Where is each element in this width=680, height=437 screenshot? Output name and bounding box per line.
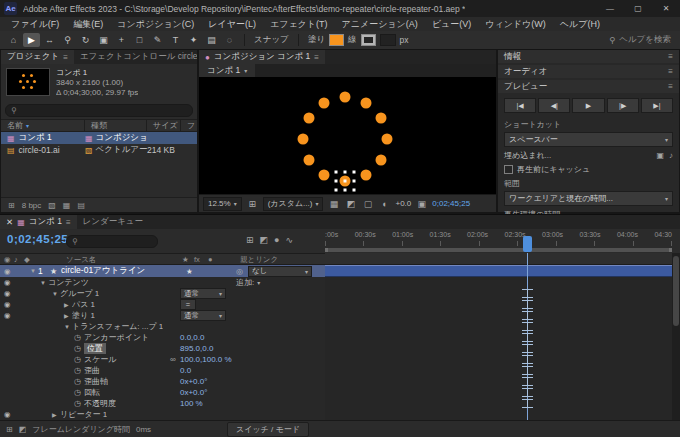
eye-icon[interactable]: ◉ <box>0 289 30 298</box>
layer-name[interactable]: circle-01アウトライン <box>61 265 145 277</box>
help-search-field[interactable]: ⚲ ヘルプを検索 <box>609 34 675 46</box>
stopwatch-icon[interactable]: ◷ <box>74 399 81 408</box>
menu-item[interactable]: ファイル(F) <box>4 18 66 31</box>
region-of-interest-icon[interactable]: ▢ <box>361 199 374 209</box>
tool-button[interactable]: ⌂ <box>5 33 22 47</box>
transport-button[interactable]: ▶ <box>572 98 604 113</box>
property-value[interactable]: 0x+0.0° <box>180 377 207 386</box>
panel-menu-icon[interactable]: ≡ <box>668 82 673 91</box>
eye-icon[interactable]: ◉ <box>0 267 30 276</box>
bit-depth-label[interactable]: 8 bpc <box>22 201 42 210</box>
add-content-control[interactable]: 追加:▾ <box>236 277 260 288</box>
blend-mode-select[interactable]: 通常▾ <box>180 288 226 299</box>
panel-menu-icon[interactable]: ≡ <box>63 53 68 62</box>
current-time-indicator-handle[interactable] <box>523 236 532 252</box>
property-value[interactable]: 100 % <box>180 399 203 408</box>
shape-dot[interactable] <box>304 155 315 166</box>
checkbox[interactable] <box>504 165 513 174</box>
transport-button[interactable]: ▶| <box>641 98 673 113</box>
range-select[interactable]: ワークエリアと現在の時間...▾ <box>504 191 673 206</box>
layer-row[interactable]: ◉ ▼ 1 ★ circle-01アウトライン ★ ◎ なし▾ <box>0 265 325 277</box>
tool-button[interactable]: ⚲ <box>59 33 76 47</box>
composition-viewport[interactable] <box>199 77 496 195</box>
tool-button[interactable]: ▣ <box>95 33 112 47</box>
transport-button[interactable]: |▶ <box>607 98 639 113</box>
menu-item[interactable]: アニメーション(A) <box>335 18 425 31</box>
property-value[interactable]: 100.0,100.0 % <box>180 355 232 364</box>
stroke-label[interactable]: 線 <box>348 34 357 46</box>
transport-button[interactable]: ◀| <box>538 98 570 113</box>
property-value[interactable]: 895.0,0.0 <box>180 344 213 353</box>
parent-link-column[interactable]: 親とリンク <box>240 255 278 265</box>
shape-dot[interactable] <box>319 170 330 181</box>
tool-button[interactable]: ✦ <box>185 33 202 47</box>
shape-dot[interactable] <box>298 134 309 145</box>
row-skew-axis[interactable]: ◷ 歪曲軸 0x+0.0° <box>0 376 325 387</box>
eye-icon[interactable]: ◉ <box>0 300 30 309</box>
shape-dot[interactable] <box>361 170 372 181</box>
audio-panel-header[interactable]: オーディオ≡ <box>498 65 679 78</box>
motion-blur-icon[interactable]: ● <box>274 235 279 245</box>
twirl-icon[interactable]: ▶ <box>64 312 72 319</box>
menu-item[interactable]: 編集(E) <box>66 18 110 31</box>
viewer-tab-comp1[interactable]: コンポ 1▾ <box>199 64 255 77</box>
shape-dot[interactable] <box>304 113 315 124</box>
row-scale[interactable]: ◷ スケール ∞ 100.0,100.0 % <box>0 354 325 365</box>
delete-icon[interactable]: ▤ <box>77 201 85 210</box>
link-icon[interactable]: ∞ <box>170 355 176 364</box>
draft-3d-icon[interactable]: ◩ <box>260 235 269 245</box>
include-video-icon[interactable]: ▣ <box>656 151 664 160</box>
eye-icon[interactable]: ◉ <box>0 410 30 419</box>
exposure-value[interactable]: +0.0 <box>395 199 411 208</box>
layer-duration-bar[interactable] <box>325 265 672 277</box>
cache-before-playback-row[interactable]: 再生前にキャッシュ <box>504 164 673 175</box>
menu-item[interactable]: ビュー(V) <box>425 18 478 31</box>
row-contents[interactable]: ◉ ▼ コンテンツ 追加:▾ <box>0 277 325 288</box>
stopwatch-icon[interactable]: ◷ <box>74 366 81 375</box>
stopwatch-icon[interactable]: ◷ <box>74 355 81 364</box>
twirl-icon[interactable]: ▼ <box>30 268 38 274</box>
path-direction-icon[interactable]: = <box>180 299 196 310</box>
panel-menu-icon[interactable]: ≡ <box>668 67 673 76</box>
stopwatch-icon[interactable]: ◷ <box>74 344 81 353</box>
shape-dot[interactable] <box>340 92 351 103</box>
column-size[interactable]: サイズ <box>147 120 181 131</box>
row-rotation[interactable]: ◷ 回転 0x+0.0° <box>0 387 325 398</box>
info-panel-header[interactable]: 情報≡ <box>498 50 679 63</box>
current-timecode[interactable]: 0;02;45;25 <box>7 233 68 245</box>
tool-button[interactable]: ✎ <box>149 33 166 47</box>
tab-effect-controls[interactable]: エフェクトコントロール circle-01 <box>74 50 197 64</box>
shape-dot[interactable] <box>319 98 330 109</box>
stroke-color-swatch[interactable] <box>361 34 376 46</box>
stopwatch-icon[interactable]: ◷ <box>74 377 81 386</box>
tool-button[interactable]: ↔ <box>41 33 58 47</box>
toggle-modes-icon[interactable]: ◩ <box>19 425 27 434</box>
property-value[interactable]: 0x+0.0° <box>180 388 207 397</box>
transport-button[interactable]: |◀ <box>504 98 536 113</box>
timeline-vertical-scrollbar[interactable] <box>672 253 680 420</box>
column-extra[interactable]: フ <box>181 120 197 131</box>
project-search-input[interactable]: ⚲ <box>5 104 193 117</box>
close-icon[interactable]: ✕ <box>6 217 13 227</box>
include-audio-icon[interactable]: ♪ <box>669 151 673 160</box>
eye-icon[interactable]: ◉ <box>0 311 30 320</box>
tab-render-queue[interactable]: レンダーキュー <box>77 215 150 229</box>
menu-item[interactable]: レイヤー(L) <box>201 18 263 31</box>
row-skew[interactable]: ◷ 歪曲 0.0 <box>0 365 325 376</box>
selected-dot[interactable] <box>340 176 351 187</box>
snap-label[interactable]: スナップ <box>254 34 289 46</box>
tool-button[interactable]: + <box>113 33 130 47</box>
tab-project[interactable]: プロジェクト≡ <box>1 50 74 64</box>
tool-button[interactable]: ▤ <box>203 33 220 47</box>
twirl-icon[interactable]: ▶ <box>64 301 72 308</box>
tab-comp1-timeline[interactable]: ✕ ▦ コンポ 1 ≡ <box>0 215 77 229</box>
twirl-icon[interactable]: ▼ <box>52 291 60 297</box>
property-value[interactable]: 0.0 <box>180 366 191 375</box>
menu-item[interactable]: コンポジション(C) <box>110 18 201 31</box>
zoom-select[interactable]: 12.5%▾ <box>203 197 242 211</box>
stopwatch-icon[interactable]: ◷ <box>74 333 81 342</box>
minimize-button[interactable]: — <box>596 0 624 17</box>
interpret-footage-icon[interactable]: ⊞ <box>8 201 15 210</box>
panel-menu-icon[interactable]: ≡ <box>314 53 319 62</box>
stopwatch-icon[interactable]: ◷ <box>74 388 81 397</box>
